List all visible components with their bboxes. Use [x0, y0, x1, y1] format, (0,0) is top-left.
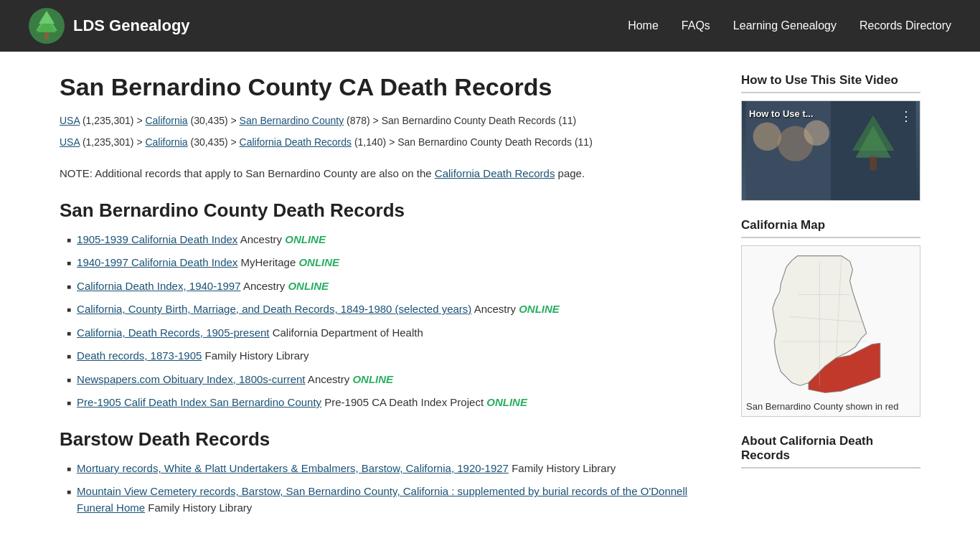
logo-text: LDS Genealogy [73, 17, 190, 35]
california-map-svg [746, 250, 904, 394]
page-wrap: San Bernardino County CA Death Records U… [31, 52, 949, 545]
sidebar: How to Use This Site Video [741, 73, 920, 523]
video-section-title: How to Use This Site Video [741, 73, 920, 93]
record-link-death-1873[interactable]: Death records, 1873-1905 [77, 349, 202, 362]
record-link-1905[interactable]: 1905-1939 California Death Index [77, 233, 237, 245]
list-item: California, Death Records, 1905-present … [67, 325, 712, 342]
breadcrumb-1: USA (1,235,301) > California (30,435) > … [60, 113, 712, 128]
video-menu-icon[interactable]: ⋮ [900, 108, 913, 124]
breadcrumb-usa-2[interactable]: USA [60, 136, 80, 148]
video-title-overlay: How to Use t... [749, 108, 814, 119]
svg-point-13 [804, 121, 829, 146]
svg-rect-9 [870, 156, 877, 171]
logo-area[interactable]: LDS Genealogy [29, 8, 190, 44]
svg-point-11 [753, 123, 781, 151]
breadcrumb-california-1[interactable]: California [145, 115, 187, 126]
breadcrumb-san-bernardino-1[interactable]: San Bernardino County [240, 115, 344, 126]
site-header: LDS Genealogy Home FAQs Learning Genealo… [0, 0, 980, 52]
nav-home[interactable]: Home [628, 19, 659, 32]
breadcrumb-2: USA (1,235,301) > California (30,435) > … [60, 134, 712, 150]
list-item: Pre-1905 Calif Death Index San Bernardin… [67, 395, 712, 411]
record-link-county-birth[interactable]: California, County Birth, Marriage, and … [77, 303, 471, 315]
list-item: Death records, 1873-1905 Family History … [67, 348, 712, 364]
barstow-records-list: Mortuary records, White & Platt Undertak… [60, 461, 712, 517]
map-section-title: California Map [741, 218, 920, 238]
breadcrumb-california-2[interactable]: California [145, 136, 187, 148]
california-death-records-link[interactable]: California Death Records [435, 167, 555, 179]
record-link-death-records-1905[interactable]: California, Death Records, 1905-present [77, 326, 269, 339]
page-title: San Bernardino County CA Death Records [60, 73, 712, 101]
about-section-title: About California Death Records [741, 434, 920, 468]
list-item: California Death Index, 1940-1997 Ancest… [67, 278, 712, 295]
note-paragraph: NOTE: Additional records that apply to S… [60, 165, 712, 182]
breadcrumb-usa-1[interactable]: USA [60, 115, 80, 126]
record-link-pre1905[interactable]: Pre-1905 Calif Death Index San Bernardin… [77, 396, 321, 408]
list-item: Mortuary records, White & Platt Undertak… [67, 461, 712, 477]
records-list: 1905-1939 California Death Index Ancestr… [60, 232, 712, 411]
record-link-1940-ancestry[interactable]: California Death Index, 1940-1997 [77, 280, 241, 292]
logo-icon [29, 8, 65, 44]
list-item: 1940-1997 California Death Index MyHerit… [67, 255, 712, 271]
list-item: California, County Birth, Marriage, and … [67, 301, 712, 318]
nav-learning-genealogy[interactable]: Learning Genealogy [733, 19, 837, 32]
nav-records-directory[interactable]: Records Directory [859, 19, 951, 32]
list-item: Mountain View Cemetery records, Barstow,… [67, 484, 712, 516]
barstow-record-1[interactable]: Mortuary records, White & Platt Undertak… [77, 462, 509, 474]
video-inner: How to Use t... ⋮ [742, 101, 920, 200]
section1-heading: San Bernardino County Death Records [60, 199, 712, 222]
main-nav: Home FAQs Learning Genealogy Records Dir… [628, 19, 951, 32]
section2-heading: Barstow Death Records [60, 428, 712, 451]
record-link-1940-myheritage[interactable]: 1940-1997 California Death Index [77, 256, 237, 268]
barstow-record-2[interactable]: Mountain View Cemetery records, Barstow,… [77, 485, 687, 514]
list-item: Newspapers.com Obituary Index, 1800s-cur… [67, 372, 712, 388]
video-thumbnail[interactable]: How to Use t... ⋮ [741, 100, 920, 201]
nav-faqs[interactable]: FAQs [682, 19, 710, 32]
list-item: 1905-1939 California Death Index Ancestr… [67, 232, 712, 248]
main-content: San Bernardino County CA Death Records U… [60, 73, 712, 523]
video-section: How to Use This Site Video [741, 73, 920, 201]
map-section: California Map San Bernardino County sho… [741, 218, 920, 417]
breadcrumb-california-death[interactable]: California Death Records [240, 136, 352, 148]
california-map-container: San Bernardino County shown in red [741, 245, 920, 417]
map-caption: San Bernardino County shown in red [746, 401, 915, 412]
about-section: About California Death Records [741, 434, 920, 468]
record-link-newspapers[interactable]: Newspapers.com Obituary Index, 1800s-cur… [77, 373, 305, 385]
